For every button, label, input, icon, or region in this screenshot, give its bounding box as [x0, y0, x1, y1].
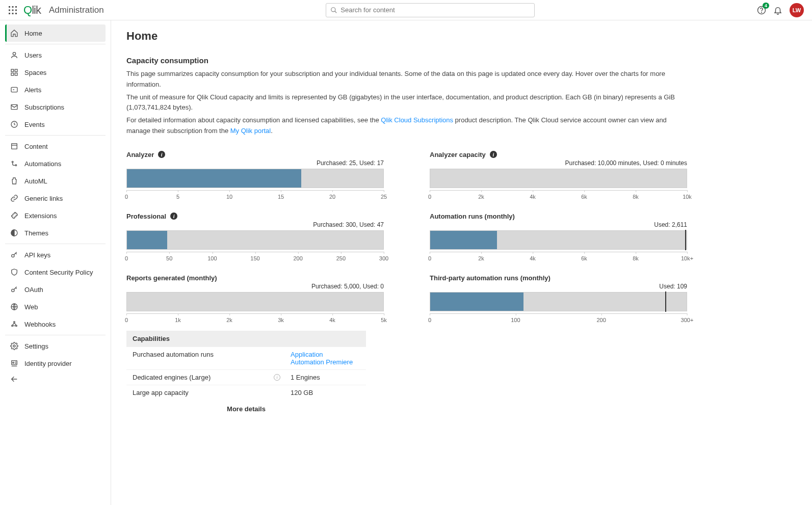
sidebar-item-label: Content [24, 143, 48, 150]
sidebar-item-automations[interactable]: Automations [5, 155, 106, 172]
chart-axis: 01k2k3k4k5k [126, 313, 384, 326]
svg-rect-0 [9, 6, 10, 8]
axis-tick: 300 [379, 252, 388, 261]
sidebar-item-content[interactable]: Content [5, 138, 106, 155]
sidebar-item-home[interactable]: Home [5, 24, 106, 42]
axis-tick: 100 [511, 314, 520, 323]
limit-marker [685, 230, 686, 250]
svg-rect-1 [12, 6, 14, 8]
info-icon[interactable]: i [158, 151, 165, 158]
chart-title: Automation runs (monthly) [430, 212, 515, 220]
svg-rect-14 [11, 69, 14, 72]
capability-row: Dedicated engines (Large)i1 Engines [126, 369, 366, 385]
app-title: Administration [49, 5, 104, 15]
chart-automation-runs-monthly-: Automation runs (monthly)Used: 2,61102k4… [430, 212, 687, 264]
bar-fill [127, 169, 301, 188]
chart-axis: 0100200300+ [430, 313, 687, 326]
desc-line-3: For detailed information about capacity … [126, 115, 687, 137]
axis-tick: 4k [530, 252, 536, 261]
extensions-icon [10, 211, 18, 220]
search-input[interactable] [326, 3, 535, 17]
chart-title: Analyzer capacity [430, 151, 486, 158]
page-title: Home [126, 30, 797, 43]
axis-tick: 15 [278, 191, 284, 200]
info-icon[interactable]: i [490, 151, 497, 158]
sidebar-item-oauth[interactable]: OAuth [5, 281, 106, 298]
link-myqlik[interactable]: My Qlik portal [230, 127, 271, 135]
svg-rect-2 [15, 6, 17, 8]
api-keys-icon [10, 251, 18, 259]
axis-tick: 6k [581, 191, 587, 200]
axis-tick: 300+ [681, 314, 694, 323]
sidebar-item-label: Web [24, 303, 38, 311]
sidebar-item-api-keys[interactable]: API keys [5, 246, 106, 263]
chart-subtitle: Purchased: 25, Used: 17 [126, 160, 384, 167]
axis-tick: 4k [530, 191, 536, 200]
sidebar-item-label: Home [24, 30, 42, 37]
axis-tick: 0 [428, 252, 431, 261]
sidebar-item-users[interactable]: Users [5, 46, 106, 64]
web-icon [10, 303, 18, 311]
sidebar-item-themes[interactable]: Themes [5, 224, 106, 242]
sidebar-item-label: Spaces [24, 69, 46, 76]
svg-rect-5 [15, 9, 17, 11]
sidebar-item-spaces[interactable]: Spaces [5, 64, 106, 81]
sidebar-item-events[interactable]: Events [5, 116, 106, 133]
axis-tick: 2k [226, 314, 232, 323]
svg-point-26 [12, 289, 14, 291]
sidebar-item-generic-links[interactable]: Generic links [5, 190, 106, 207]
svg-point-33 [13, 362, 14, 363]
chart-subtitle: Purchased: 300, Used: 47 [126, 221, 384, 228]
identity-provider-icon [10, 359, 18, 367]
content-security-policy-icon [10, 268, 18, 276]
desc-line-1: This page summarizes capacity consumptio… [126, 69, 687, 90]
svg-rect-3 [9, 9, 10, 11]
sidebar-item-settings[interactable]: Settings [5, 337, 106, 355]
sidebar-item-alerts[interactable]: Alerts [5, 81, 106, 98]
axis-tick: 20 [329, 191, 335, 200]
bell-icon[interactable] [773, 6, 782, 15]
qlik-logo[interactable]: Qlik [23, 4, 41, 17]
axis-tick: 8k [633, 252, 639, 261]
axis-tick: 4k [329, 314, 335, 323]
sidebar-item-content-security-policy[interactable]: Content Security Policy [5, 263, 106, 281]
sidebar-item-webhooks[interactable]: Webhooks [5, 315, 106, 333]
capability-link[interactable]: Application [291, 351, 360, 358]
capability-link[interactable]: Automation Premiere [291, 358, 360, 366]
sidebar-item-label: Automations [24, 160, 61, 168]
content-icon [10, 142, 18, 150]
axis-tick: 1k [175, 314, 181, 323]
search-icon [330, 7, 337, 14]
capability-value: ApplicationAutomation Premiere [291, 351, 360, 366]
help-icon[interactable]: 4 [757, 6, 766, 15]
collapse-sidebar-icon[interactable] [5, 372, 106, 386]
svg-rect-15 [15, 69, 17, 72]
sidebar-item-web[interactable]: Web [5, 298, 106, 315]
bar-track [430, 230, 687, 250]
capability-value: 1 Engines [291, 374, 360, 381]
svg-line-10 [335, 11, 337, 13]
chart-title: Third-party automation runs (monthly) [430, 274, 551, 282]
axis-tick: 2k [478, 252, 484, 261]
avatar[interactable]: LW [790, 3, 804, 17]
bar-track [126, 230, 384, 250]
section-title: Capacity consumption [126, 56, 687, 65]
sidebar-item-subscriptions[interactable]: Subscriptions [5, 98, 106, 116]
chart-subtitle: Purchased: 10,000 minutes, Used: 0 minut… [430, 160, 687, 167]
axis-tick: 10k+ [681, 252, 693, 261]
sidebar-item-identity-provider[interactable]: Identity provider [5, 355, 106, 372]
svg-point-12 [762, 12, 762, 12]
generic-links-icon [10, 194, 18, 202]
app-launcher-icon[interactable] [8, 6, 17, 15]
svg-rect-6 [9, 13, 10, 14]
info-icon[interactable]: i [170, 212, 177, 220]
more-details-button[interactable]: More details [126, 400, 366, 418]
sidebar-item-extensions[interactable]: Extensions [5, 207, 106, 224]
capability-label: Purchased automation runs [133, 351, 214, 358]
axis-tick: 0 [428, 191, 431, 200]
link-subscriptions[interactable]: Qlik Cloud Subscriptions [381, 116, 453, 124]
sidebar-item-automl[interactable]: AutoML [5, 172, 106, 190]
webhooks-icon [10, 320, 18, 328]
bar-fill [127, 231, 167, 249]
info-icon[interactable]: i [274, 374, 280, 381]
